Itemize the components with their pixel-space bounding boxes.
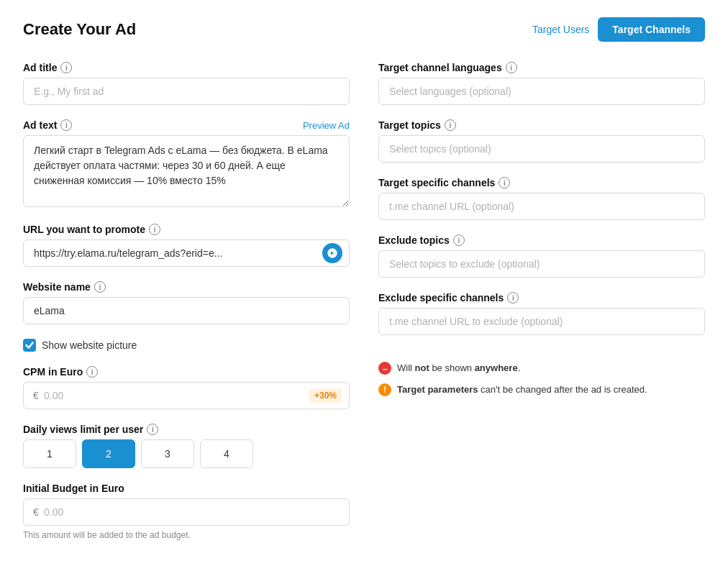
url-input[interactable] [23, 239, 350, 267]
exclude-topics-label: Exclude topics i [378, 234, 705, 246]
show-picture-checkbox[interactable] [23, 339, 36, 352]
target-channels-button[interactable]: Target Channels [598, 17, 705, 42]
budget-prefix: € [33, 506, 39, 518]
channel-lang-input[interactable] [378, 78, 705, 105]
target-channels-info-icon[interactable]: i [499, 177, 510, 188]
views-btn-2[interactable]: 2 [82, 439, 135, 468]
target-users-button[interactable]: Target Users [532, 24, 589, 35]
cpm-prefix: € [33, 390, 39, 401]
website-name-info-icon[interactable]: i [94, 281, 106, 293]
budget-input[interactable] [23, 498, 350, 526]
target-topics-info-icon[interactable]: i [445, 119, 456, 131]
ad-text-group: Ad text i Preview Ad Легкий старт в Tele… [23, 119, 350, 209]
website-name-input[interactable] [23, 297, 350, 324]
header-actions: Target Users Target Channels [532, 17, 705, 42]
views-limit-label: Daily views limit per user i [23, 424, 350, 435]
url-action-icon[interactable] [322, 243, 342, 263]
url-info-icon[interactable]: i [149, 224, 160, 235]
cpm-input[interactable] [23, 382, 350, 409]
cpm-input-wrapper: € +30% [23, 382, 350, 409]
url-input-wrapper [23, 239, 350, 267]
cpm-badge: +30% [309, 388, 342, 403]
exclude-topics-input[interactable] [378, 250, 705, 278]
cpm-group: CPM in Euro i € +30% [23, 366, 350, 409]
target-channels-label: Target specific channels i [378, 177, 705, 188]
notice-red-icon [378, 362, 391, 375]
views-btn-4[interactable]: 4 [200, 439, 253, 468]
notice-text-1: Will not be shown anywhere. [397, 361, 520, 375]
ad-title-label: Ad title i [23, 62, 350, 73]
channel-lang-info-icon[interactable]: i [506, 62, 517, 73]
budget-hint: This amount will be added to the ad budg… [23, 530, 350, 540]
ad-title-group: Ad title i [23, 62, 350, 105]
budget-input-wrapper: € [23, 498, 350, 526]
ad-text-label: Ad text i [23, 119, 72, 131]
website-name-group: Website name i [23, 281, 350, 324]
show-picture-label: Show website picture [42, 339, 137, 351]
views-btn-3[interactable]: 3 [141, 439, 194, 468]
cpm-info-icon[interactable]: i [86, 366, 98, 378]
notices-section: Will not be shown anywhere. Target param… [378, 361, 705, 403]
page-title: Create Your Ad [23, 20, 136, 39]
exclude-channels-input[interactable] [378, 308, 705, 335]
target-topics-label: Target topics i [378, 119, 705, 131]
target-topics-group: Target topics i [378, 119, 705, 163]
views-limit-group: Daily views limit per user i 1 2 3 4 [23, 424, 350, 468]
cpm-label: CPM in Euro i [23, 366, 350, 378]
budget-label: Initial Budget in Euro [23, 483, 350, 494]
views-limit-buttons: 1 2 3 4 [23, 439, 350, 468]
budget-group: Initial Budget in Euro € This amount wil… [23, 483, 350, 540]
notice-row-2: Target parameters can't be changed after… [378, 383, 705, 397]
website-name-label: Website name i [23, 281, 350, 293]
exclude-topics-group: Exclude topics i [378, 234, 705, 278]
exclude-channels-label: Exclude specific channels i [378, 292, 705, 303]
exclude-topics-info-icon[interactable]: i [453, 234, 465, 246]
target-topics-input[interactable] [378, 135, 705, 163]
ad-text-textarea[interactable]: Легкий старт в Telegram Ads с eLama — бе… [23, 135, 350, 207]
channel-lang-group: Target channel languages i [378, 62, 705, 105]
show-picture-row[interactable]: Show website picture [23, 339, 350, 352]
url-label: URL you want to promote i [23, 224, 350, 235]
ad-title-input[interactable] [23, 78, 350, 105]
ad-text-info-icon[interactable]: i [60, 119, 72, 131]
ad-title-info-icon[interactable]: i [60, 62, 72, 73]
notice-row-1: Will not be shown anywhere. [378, 361, 705, 375]
url-group: URL you want to promote i [23, 224, 350, 267]
views-btn-1[interactable]: 1 [23, 439, 76, 468]
notice-orange-icon [378, 383, 391, 396]
channel-lang-label: Target channel languages i [378, 62, 705, 73]
exclude-channels-group: Exclude specific channels i [378, 292, 705, 335]
preview-ad-link[interactable]: Preview Ad [303, 120, 350, 131]
target-channels-input[interactable] [378, 193, 705, 220]
target-channels-group: Target specific channels i [378, 177, 705, 220]
ad-text-label-row: Ad text i Preview Ad [23, 119, 350, 131]
notice-text-2: Target parameters can't be changed after… [397, 383, 647, 397]
views-limit-info-icon[interactable]: i [147, 424, 158, 435]
exclude-channels-info-icon[interactable]: i [507, 292, 519, 303]
